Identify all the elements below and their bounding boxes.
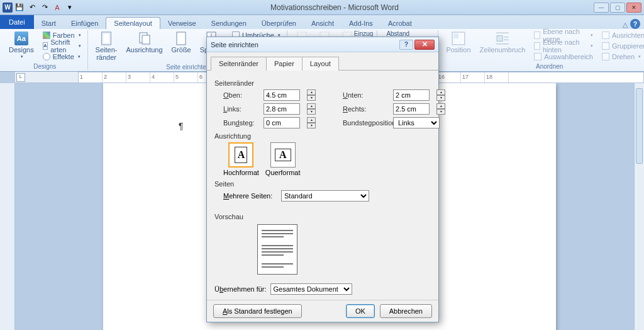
section-pages-label: Seiten bbox=[214, 180, 431, 188]
svg-rect-3 bbox=[142, 35, 150, 44]
minimize-button[interactable]: — bbox=[594, 3, 609, 13]
send-backward-button[interactable]: Ebene nach hinten▾ bbox=[531, 41, 596, 51]
group-button[interactable]: Gruppieren▾ bbox=[599, 41, 644, 51]
dialog-close-button[interactable]: ✕ bbox=[414, 40, 435, 50]
align-button[interactable]: Ausrichten▾ bbox=[599, 30, 644, 40]
section-margins-label: Seitenränder bbox=[214, 79, 431, 87]
left-label: Links: bbox=[223, 105, 264, 113]
set-default-button[interactable]: Als Standard festlegen bbox=[213, 304, 302, 318]
file-tab[interactable]: Datei bbox=[0, 15, 34, 29]
wrap-button[interactable]: Zeilenumbruch bbox=[477, 30, 528, 55]
dialog-help-button[interactable]: ? bbox=[399, 40, 413, 50]
group-designs: Aa Designs ▾ Farben▾ ASchrift arten▾ Eff… bbox=[3, 30, 88, 70]
apply-label: Übernehmen für: bbox=[214, 285, 267, 293]
page-setup-dialog: Seite einrichten ? ✕ Seitenränder Papier… bbox=[206, 37, 439, 322]
margins-button[interactable]: Seiten- ränder bbox=[93, 30, 120, 62]
minimize-ribbon-icon[interactable]: △ bbox=[623, 21, 628, 29]
tab-seitenlayout[interactable]: Seitenlayout bbox=[106, 17, 160, 29]
right-spinner[interactable]: ▴▾ bbox=[436, 103, 450, 115]
dialog-title: Seite einrichten bbox=[211, 41, 399, 48]
gutter-label: Bundsteg: bbox=[223, 119, 264, 127]
quick-access-toolbar: W 💾 ↶ ↷ A ▾ bbox=[3, 2, 75, 13]
ok-button[interactable]: OK bbox=[346, 304, 375, 318]
tab-selector[interactable]: L bbox=[16, 73, 25, 82]
gutterpos-select[interactable]: Links bbox=[393, 117, 440, 128]
multi-pages-select[interactable]: Standard bbox=[281, 190, 369, 202]
tab-verweise[interactable]: Verweise bbox=[160, 18, 204, 29]
tab-ueberpruefen[interactable]: Überprüfen bbox=[254, 18, 304, 29]
size-button[interactable]: Größe bbox=[169, 30, 194, 55]
portrait-button[interactable]: A Hochformat bbox=[223, 142, 259, 176]
left-spinner[interactable]: ▴▾ bbox=[307, 103, 320, 115]
designs-button[interactable]: Aa Designs ▾ bbox=[6, 30, 36, 60]
selection-pane-button[interactable]: Auswahlbereich bbox=[531, 52, 596, 62]
svg-rect-4 bbox=[177, 32, 186, 45]
svg-rect-11 bbox=[453, 33, 458, 38]
landscape-button[interactable]: A Querformat bbox=[265, 142, 301, 176]
restore-button[interactable]: ▢ bbox=[610, 3, 625, 13]
tab-ansicht[interactable]: Ansicht bbox=[304, 18, 341, 29]
top-spinner[interactable]: ▴▾ bbox=[307, 89, 320, 101]
fonts-button[interactable]: ASchrift arten▾ bbox=[40, 41, 84, 51]
gutterpos-label: Bundstegposition: bbox=[343, 119, 393, 127]
dialog-titlebar[interactable]: Seite einrichten ? ✕ bbox=[207, 37, 438, 52]
multi-pages-label: Mehrere Seiten: bbox=[223, 192, 276, 200]
window-title: Motivationsschreiben - Microsoft Word bbox=[75, 3, 594, 12]
redo-icon[interactable]: ↷ bbox=[39, 2, 50, 13]
left-input[interactable] bbox=[264, 103, 300, 115]
help-icon[interactable]: ? bbox=[630, 19, 640, 29]
effects-button[interactable]: Effekte▾ bbox=[40, 52, 84, 62]
tab-einfuegen[interactable]: Einfügen bbox=[64, 18, 106, 29]
dialog-tab-paper[interactable]: Papier bbox=[266, 57, 303, 71]
bottom-input[interactable] bbox=[393, 89, 430, 101]
svg-rect-12 bbox=[497, 36, 502, 42]
ribbon-tabs: Datei Start Einfügen Seitenlayout Verwei… bbox=[0, 15, 644, 29]
tab-acrobat[interactable]: Acrobat bbox=[380, 18, 419, 29]
top-input[interactable] bbox=[264, 89, 300, 101]
apply-select[interactable]: Gesamtes Dokument bbox=[270, 283, 352, 295]
close-button[interactable]: ✕ bbox=[626, 3, 641, 13]
vertical-scrollbar[interactable] bbox=[634, 83, 644, 330]
bottom-label: Unten: bbox=[343, 91, 393, 99]
cancel-button[interactable]: Abbrechen bbox=[380, 304, 432, 318]
position-button[interactable]: Position bbox=[443, 30, 473, 55]
tab-sendungen[interactable]: Sendungen bbox=[204, 18, 254, 29]
gutter-spinner[interactable]: ▴▾ bbox=[307, 117, 320, 128]
undo-icon[interactable]: ↶ bbox=[26, 2, 38, 13]
font-color-icon[interactable]: A bbox=[52, 2, 63, 13]
bottom-spinner[interactable]: ▴▾ bbox=[436, 89, 450, 101]
right-input[interactable] bbox=[393, 103, 430, 115]
group-arrange: Position Zeilenumbruch Ebene nach vorne▾… bbox=[440, 30, 644, 70]
tab-addins[interactable]: Add-Ins bbox=[341, 18, 380, 29]
top-label: Oben: bbox=[223, 91, 264, 99]
vertical-ruler[interactable] bbox=[0, 83, 15, 330]
dialog-tab-margins[interactable]: Seitenränder bbox=[211, 57, 267, 71]
orientation-button[interactable]: Ausrichtung bbox=[123, 30, 165, 55]
section-preview-label: Vorschau bbox=[214, 213, 431, 220]
qat-dropdown-icon[interactable]: ▾ bbox=[64, 2, 75, 13]
dialog-tab-layout[interactable]: Layout bbox=[302, 57, 339, 71]
preview-box bbox=[257, 224, 297, 275]
section-orientation-label: Ausrichtung bbox=[214, 132, 431, 140]
paragraph-mark: ¶ bbox=[179, 121, 184, 131]
right-label: Rechts: bbox=[343, 105, 393, 113]
word-icon: W bbox=[3, 3, 13, 13]
gutter-input[interactable] bbox=[264, 117, 300, 128]
save-icon[interactable]: 💾 bbox=[14, 2, 25, 13]
title-bar: W 💾 ↶ ↷ A ▾ Motivationsschreiben - Micro… bbox=[0, 0, 644, 15]
tab-start[interactable]: Start bbox=[34, 18, 64, 29]
dialog-tabs: Seitenränder Papier Layout bbox=[207, 52, 438, 71]
scrollbar-thumb[interactable] bbox=[636, 88, 643, 164]
rotate-button[interactable]: Drehen▾ bbox=[599, 52, 644, 62]
